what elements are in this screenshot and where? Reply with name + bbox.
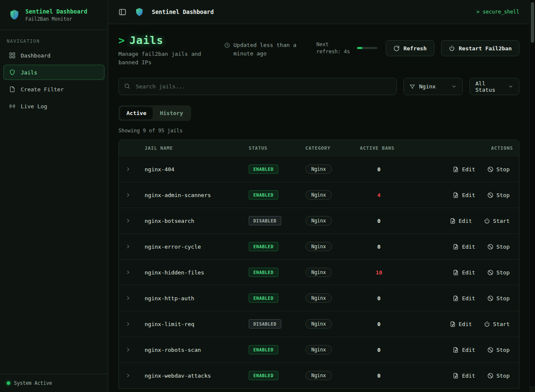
toggle-button[interactable]: Stop (484, 164, 513, 175)
chevron-right-icon[interactable] (119, 166, 137, 172)
bans-count: 4 (360, 192, 398, 198)
toggle-button[interactable]: Start (480, 215, 513, 227)
table-row[interactable]: nginx-404 ENABLED Nginx 0 Edit Stop (119, 156, 519, 182)
toggle-label: Stop (497, 192, 510, 198)
table-row[interactable]: nginx-admin-scanners ENABLED Nginx 4 Edi… (119, 182, 519, 208)
refresh-icon (393, 45, 400, 52)
edit-file-icon (450, 321, 456, 327)
toggle-button[interactable]: Stop (484, 241, 513, 252)
table-row[interactable]: nginx-http-auth ENABLED Nginx 0 Edit Sto… (119, 285, 519, 311)
toggle-button[interactable]: Stop (484, 267, 513, 278)
edit-label: Edit (462, 192, 475, 198)
updated-status: Updated less than a minute ago (224, 41, 307, 58)
jail-name: nginx-404 (137, 166, 249, 173)
chevron-down-icon (508, 84, 513, 89)
restart-fail2ban-button[interactable]: Restart Fail2ban (441, 40, 519, 56)
grid-icon (9, 52, 16, 59)
status-badge: DISABLED (249, 319, 281, 329)
bans-count: 0 (360, 218, 398, 224)
bans-count: 0 (360, 347, 398, 353)
sidebar: Sentinel Dashboard Fail2Ban Monitor NAVI… (0, 0, 108, 392)
status-badge: ENABLED (249, 371, 278, 380)
toggle-label: Stop (497, 244, 510, 250)
topbar-logo-shield-icon (134, 7, 144, 17)
status-badge: DISABLED (249, 216, 281, 225)
bans-count: 10 (360, 269, 398, 276)
toggle-button[interactable]: Start (480, 318, 513, 330)
sidebar-toggle-icon[interactable] (118, 8, 127, 16)
topbar-title: Sentinel Dashboard (152, 8, 214, 15)
status-badge: ENABLED (249, 268, 278, 277)
edit-file-icon (453, 373, 459, 379)
edit-button[interactable]: Edit (449, 241, 478, 252)
app-logo-shield-icon (8, 9, 20, 21)
sidebar-item-jails[interactable]: Jails (3, 65, 104, 80)
jail-name: nginx-error-cycle (137, 244, 249, 250)
sidebar-item-create-filter[interactable]: Create Filter (3, 82, 104, 97)
status-filter-select[interactable]: All Status (469, 78, 519, 95)
sidebar-item-live-log[interactable]: Live Log (3, 99, 104, 114)
edit-button[interactable]: Edit (449, 189, 478, 201)
table-row[interactable]: nginx-botsearch DISABLED Nginx 0 Edit St… (119, 208, 519, 233)
shell-label: > secure_shell (477, 9, 519, 15)
table-row[interactable]: nginx-limit-req DISABLED Nginx 0 Edit St… (119, 311, 519, 337)
category-badge: Nginx (305, 242, 332, 251)
edit-button[interactable]: Edit (449, 370, 478, 381)
shield-icon (9, 69, 16, 76)
sidebar-item-dashboard[interactable]: Dashboard (3, 48, 104, 63)
refresh-progress-fill (357, 47, 362, 49)
status-badge: ENABLED (249, 293, 278, 303)
edit-label: Edit (462, 269, 475, 276)
category-badge: Nginx (305, 319, 332, 329)
refresh-button[interactable]: Refresh (386, 40, 434, 56)
chevron-right-icon[interactable] (119, 347, 137, 353)
chevron-right-icon[interactable] (119, 244, 137, 249)
chevron-right-icon[interactable] (119, 192, 137, 198)
filters-row: Nginx All Status (118, 78, 519, 95)
edit-button[interactable]: Edit (446, 215, 475, 227)
chevron-right-icon[interactable] (119, 373, 137, 378)
power-icon (484, 321, 490, 327)
bans-count: 0 (360, 295, 398, 302)
view-tabs: Active History (118, 105, 191, 121)
main-content: >Jails Manage fail2ban jails and banned … (108, 24, 530, 392)
scrollbar-thumb[interactable] (531, 2, 534, 43)
prompt-glyph: > (118, 34, 125, 47)
nav-section-label: NAVIGATION (0, 30, 108, 48)
table-row[interactable]: nginx-hidden-files ENABLED Nginx 10 Edit… (119, 259, 519, 285)
jail-name: nginx-botsearch (137, 218, 249, 224)
category-badge: Nginx (305, 216, 332, 225)
chevron-right-icon[interactable] (119, 321, 137, 327)
toggle-button[interactable]: Stop (484, 293, 513, 304)
category-badge: Nginx (305, 345, 332, 354)
edit-button[interactable]: Edit (446, 318, 475, 330)
status-badge: ENABLED (249, 345, 278, 354)
toggle-label: Stop (497, 373, 510, 379)
table-row[interactable]: nginx-robots-scan ENABLED Nginx 0 Edit S… (119, 337, 519, 362)
category-filter-select[interactable]: Nginx (403, 78, 463, 95)
col-header-category: CATEGORY (305, 145, 360, 151)
bans-count: 0 (360, 244, 398, 250)
table-row[interactable]: nginx-webdav-attacks ENABLED Nginx 0 Edi… (119, 362, 519, 388)
edit-button[interactable]: Edit (449, 344, 478, 356)
tab-history[interactable]: History (154, 107, 189, 119)
toggle-button[interactable]: Stop (484, 189, 513, 201)
scrollbar[interactable] (530, 0, 535, 392)
category-badge: Nginx (305, 371, 332, 380)
toggle-button[interactable]: Stop (484, 370, 513, 381)
edit-button[interactable]: Edit (449, 267, 478, 278)
jail-rows: nginx-404 ENABLED Nginx 0 Edit Stop ngi (119, 156, 519, 388)
col-header-jail-name: JAIL NAME (137, 145, 249, 151)
jail-name: nginx-limit-req (137, 321, 249, 327)
chevron-right-icon[interactable] (119, 269, 137, 275)
chevron-right-icon[interactable] (119, 218, 137, 224)
edit-button[interactable]: Edit (449, 293, 478, 304)
search-input[interactable] (118, 78, 397, 95)
tab-active[interactable]: Active (120, 107, 153, 119)
edit-label: Edit (462, 295, 475, 302)
table-row[interactable]: nginx-error-cycle ENABLED Nginx 0 Edit S… (119, 233, 519, 259)
chevron-right-icon[interactable] (119, 295, 137, 301)
edit-button[interactable]: Edit (449, 164, 478, 175)
broadcast-icon (9, 103, 16, 110)
toggle-button[interactable]: Stop (484, 344, 513, 356)
